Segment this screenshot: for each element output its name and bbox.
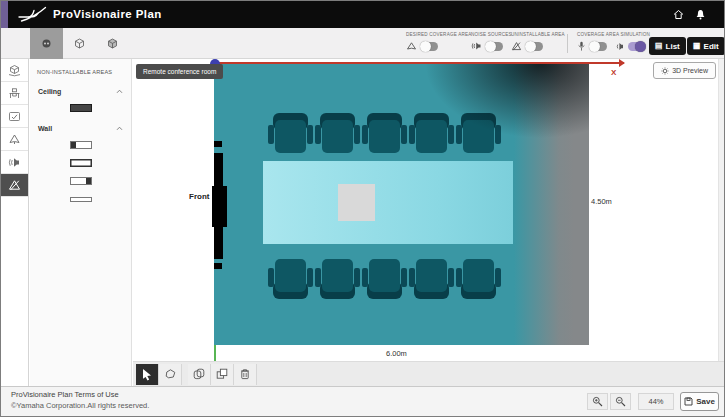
chair-armrest xyxy=(409,268,415,287)
preview-3d-button[interactable]: 3D Preview xyxy=(653,62,716,79)
toggle-label: UNINSTALLABLE AREA xyxy=(511,32,565,37)
material-swatch-dark[interactable] xyxy=(70,104,92,112)
chair[interactable] xyxy=(362,113,407,157)
x-axis-line xyxy=(214,62,624,64)
trash-icon xyxy=(239,368,251,380)
chair[interactable] xyxy=(456,255,501,299)
chair-armrest xyxy=(401,125,407,144)
room-coverage-map[interactable] xyxy=(214,63,589,345)
material-swatch-thin[interactable] xyxy=(70,197,92,202)
rail-item-furniture[interactable] xyxy=(1,82,28,105)
delete-tool-button[interactable] xyxy=(234,364,257,385)
chair[interactable] xyxy=(409,113,454,157)
home-icon[interactable] xyxy=(673,9,684,20)
chair-seat xyxy=(463,259,494,292)
list-button-label: List xyxy=(666,42,680,51)
tab-material-view[interactable] xyxy=(96,28,129,59)
material-swatch-left-cap[interactable] xyxy=(70,141,92,149)
chair-armrest xyxy=(315,125,321,144)
chair[interactable] xyxy=(409,255,454,299)
uninstallable-warning-icon xyxy=(8,179,21,191)
simulation-mic-toggle[interactable] xyxy=(590,42,607,51)
chair-armrest xyxy=(448,268,454,287)
chair[interactable] xyxy=(315,255,360,299)
chair-armrest xyxy=(307,125,313,144)
save-button[interactable]: Save xyxy=(680,392,719,411)
noise-sources-toggle[interactable] xyxy=(486,42,503,51)
toggle-label: NOISE SOURCES xyxy=(471,32,512,37)
chair[interactable] xyxy=(268,113,313,157)
chair-armrest xyxy=(495,268,501,287)
yamaha-logo-icon xyxy=(17,5,47,23)
rail-item-plan-card[interactable] xyxy=(1,105,28,128)
chair[interactable] xyxy=(456,113,501,157)
zoom-in-button[interactable] xyxy=(587,393,608,410)
copyright-text: ©Yamaha Corporation.All rights reserved. xyxy=(11,401,149,412)
wall-item-small-bottom[interactable] xyxy=(214,263,222,269)
uninstallable-icon xyxy=(511,41,522,51)
simulation-speaker-toggle[interactable] xyxy=(628,42,645,51)
list-icon: ▤ xyxy=(655,42,663,50)
lasso-tool-button[interactable] xyxy=(159,364,182,385)
non-installable-panel: NON-INSTALLABLE AREAS Ceiling Wall xyxy=(30,59,132,386)
chair-row-top xyxy=(268,113,501,157)
cursor-icon xyxy=(141,368,154,381)
tab-speaker-view[interactable] xyxy=(30,28,63,59)
wall-item-small-top[interactable] xyxy=(214,141,222,147)
front-label: Front xyxy=(189,192,209,201)
chair-armrest xyxy=(307,268,313,287)
rail-item-room-3d[interactable] xyxy=(1,59,28,82)
room-width-dimension: 6.00m xyxy=(386,349,407,358)
terms-link[interactable]: ProVisionaire Plan Terms of Use xyxy=(11,390,149,401)
chair[interactable] xyxy=(268,255,313,299)
toggle-label: DESIRED COVERAGE AREA xyxy=(406,32,471,37)
gear-icon xyxy=(661,67,669,75)
list-button[interactable]: ▤ List xyxy=(649,37,686,55)
tab-object-view[interactable] xyxy=(63,28,96,59)
chair-seat xyxy=(369,259,400,292)
chair[interactable] xyxy=(362,255,407,299)
chair-seat xyxy=(322,259,353,292)
uninstallable-area-toggle[interactable] xyxy=(526,42,543,51)
zoom-out-button[interactable] xyxy=(610,393,631,410)
rail-item-noise[interactable] xyxy=(1,151,28,174)
edit-button[interactable]: ▦ Edit xyxy=(687,37,725,55)
x-axis-label: X xyxy=(611,68,616,77)
chair[interactable] xyxy=(315,113,360,157)
chair-armrest xyxy=(268,268,274,287)
chair-armrest xyxy=(354,268,360,287)
bell-icon[interactable] xyxy=(695,9,706,20)
section-ceiling[interactable]: Ceiling xyxy=(38,88,123,95)
material-swatch-outline[interactable] xyxy=(70,159,92,167)
wall-display-center[interactable] xyxy=(212,186,227,227)
table-device[interactable] xyxy=(338,184,375,221)
vertical-scrollbar[interactable] xyxy=(718,59,724,361)
chair-row-bottom xyxy=(268,255,501,299)
toolbar: DESIRED COVERAGE AREA NOISE SOURCES UNIN… xyxy=(1,28,724,59)
chair-armrest xyxy=(268,125,274,144)
lasso-icon xyxy=(164,368,177,380)
select-tool-button[interactable] xyxy=(136,364,159,385)
save-button-label: Save xyxy=(696,397,715,406)
chair-armrest xyxy=(315,268,321,287)
section-label: Wall xyxy=(38,125,52,132)
section-wall[interactable]: Wall xyxy=(38,125,123,132)
rail-item-coverage[interactable] xyxy=(1,128,28,151)
app-title: ProVisionaire Plan xyxy=(53,8,162,20)
card-check-icon xyxy=(8,110,21,123)
chevron-up-icon xyxy=(116,126,123,131)
floor-plan-canvas[interactable]: X Remote conference room 3D Preview Fron… xyxy=(133,59,724,361)
conference-table[interactable] xyxy=(263,161,513,244)
chair-armrest xyxy=(409,125,415,144)
room-3d-icon xyxy=(8,64,21,77)
rail-item-uninstallable[interactable] xyxy=(1,174,28,197)
duplicate-icon xyxy=(216,368,228,380)
toggle-group-noise-sources: NOISE SOURCES xyxy=(471,32,512,51)
duplicate-tool-button[interactable] xyxy=(211,364,234,385)
desired-coverage-toggle[interactable] xyxy=(421,42,438,51)
copy-tool-button[interactable] xyxy=(188,364,211,385)
material-swatch-right-cap[interactable] xyxy=(70,177,92,185)
coverage-icon xyxy=(406,41,417,51)
toggle-label: COVERAGE AREA SIMULATION xyxy=(577,32,650,37)
chair-seat xyxy=(275,259,306,292)
